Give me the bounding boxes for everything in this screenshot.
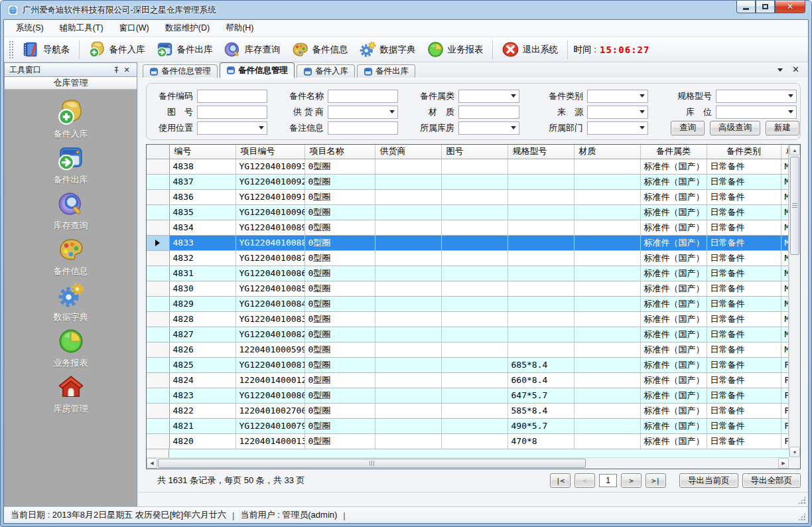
table-row[interactable]: 4838YG122040100930型圈标准件（国产）日常备件M <box>147 159 789 174</box>
table-cell[interactable] <box>375 174 441 189</box>
table-row[interactable]: 4821YG122040100790型圈490*5.7标准件（国产）日常备件PC <box>147 418 789 433</box>
table-cell[interactable]: 标准件（国产） <box>640 250 707 265</box>
table-cell[interactable]: 标准件（国产） <box>640 265 707 281</box>
row-indicator-cell[interactable] <box>147 327 169 342</box>
sidebar-item-stock-out[interactable]: 备件出库 <box>5 144 137 190</box>
source-select[interactable] <box>587 106 648 119</box>
table-cell[interactable]: 标准件（国产） <box>640 372 707 388</box>
table-cell[interactable] <box>375 311 441 327</box>
table-cell[interactable]: YG12204010081 <box>236 357 304 372</box>
table-cell[interactable] <box>375 342 441 357</box>
table-cell[interactable]: 标准件（国产） <box>640 388 707 403</box>
table-cell[interactable] <box>574 265 640 281</box>
table-cell[interactable] <box>441 235 508 250</box>
table-cell[interactable]: PC <box>781 372 789 388</box>
row-indicator-cell[interactable] <box>147 250 169 265</box>
table-cell[interactable]: M <box>781 174 789 189</box>
table-cell[interactable]: 日常备件 <box>707 327 781 342</box>
menu-item-system[interactable]: 系统(S) <box>8 20 52 37</box>
warehouse-select[interactable] <box>458 121 519 135</box>
table-row[interactable]: 4835YG122040100900型圈标准件（国产）日常备件M <box>147 204 789 220</box>
table-cell[interactable]: 0型圈 <box>304 235 375 250</box>
table-cell[interactable]: 4831 <box>169 265 236 281</box>
next-page-button[interactable]: > <box>621 473 642 488</box>
table-cell[interactable]: 585*8.4 <box>508 403 574 418</box>
table-cell[interactable] <box>574 311 640 327</box>
table-cell[interactable]: 0型圈 <box>304 418 375 433</box>
material-input[interactable] <box>458 106 519 119</box>
export-current-page-button[interactable]: 导出当前页 <box>679 473 738 488</box>
table-cell[interactable] <box>508 311 574 327</box>
table-cell[interactable] <box>375 189 441 204</box>
resize-grip-icon[interactable] <box>797 512 806 521</box>
table-row[interactable]: 4832YG122040100870型圈标准件（国产）日常备件M <box>147 250 789 265</box>
toolbar-button-stock-in[interactable]: 备件入库 <box>83 38 151 60</box>
table-cell[interactable]: M <box>781 189 789 204</box>
table-cell[interactable] <box>508 281 574 296</box>
sidebar-item-parts-info[interactable]: 备件信息 <box>5 236 137 281</box>
toolbar-grip-handle[interactable] <box>9 40 13 59</box>
menu-item-data-maintenance[interactable]: 数据维护(D) <box>157 20 218 37</box>
row-indicator-cell[interactable] <box>147 433 169 449</box>
table-cell[interactable] <box>574 433 640 449</box>
table-cell[interactable]: M <box>781 281 789 296</box>
column-header-material[interactable]: 材质 <box>574 145 640 159</box>
table-cell[interactable]: 日常备件 <box>707 235 781 250</box>
toolbar-button-business-report[interactable]: 业务报表 <box>421 38 489 60</box>
table-cell[interactable]: YG12204010093 <box>236 159 304 174</box>
table-cell[interactable] <box>508 327 574 342</box>
table-cell[interactable]: 日常备件 <box>707 189 781 204</box>
table-cell[interactable] <box>375 250 441 265</box>
table-cell[interactable]: M <box>781 296 789 311</box>
table-cell[interactable] <box>375 388 441 403</box>
tab-list-chevron-down-icon[interactable] <box>778 68 783 72</box>
table-row[interactable]: 4834YG122040100890型圈标准件（国产）日常备件M <box>147 220 789 235</box>
table-cell[interactable] <box>375 372 441 388</box>
spec-model-select[interactable] <box>716 90 797 103</box>
table-cell[interactable] <box>508 296 574 311</box>
table-cell[interactable] <box>574 220 640 235</box>
toolbar-button-inventory-query[interactable]: 库存查询 <box>218 38 286 60</box>
table-cell[interactable]: 470*8 <box>508 433 574 449</box>
row-indicator-cell[interactable] <box>147 281 169 296</box>
table-cell[interactable] <box>441 189 508 204</box>
tab-parts-info-mgmt-2[interactable]: 备件信息管理 <box>220 62 295 78</box>
row-indicator-cell[interactable] <box>147 174 169 189</box>
table-cell[interactable] <box>375 418 441 433</box>
table-cell[interactable] <box>441 403 508 418</box>
menu-item-window[interactable]: 窗口(W) <box>111 20 157 37</box>
table-cell[interactable]: PC <box>781 418 789 433</box>
table-cell[interactable] <box>441 372 508 388</box>
table-row[interactable]: 4836YG122040100910型圈标准件（国产）日常备件M <box>147 189 789 204</box>
table-cell[interactable] <box>574 327 640 342</box>
table-cell[interactable]: 日常备件 <box>707 265 781 281</box>
table-cell[interactable]: M <box>781 342 789 357</box>
pin-icon[interactable] <box>111 64 121 75</box>
table-cell[interactable]: 490*5.7 <box>508 418 574 433</box>
table-cell[interactable]: 日常备件 <box>707 418 781 433</box>
row-indicator-cell[interactable] <box>147 204 169 220</box>
table-cell[interactable] <box>441 342 508 357</box>
table-cell[interactable]: 日常备件 <box>707 433 781 449</box>
table-cell[interactable]: 0型圈 <box>304 281 375 296</box>
table-cell[interactable]: YG12204010080 <box>236 388 304 403</box>
table-cell[interactable] <box>441 357 508 372</box>
table-cell[interactable] <box>574 372 640 388</box>
table-cell[interactable]: M <box>781 250 789 265</box>
table-cell[interactable]: 日常备件 <box>707 388 781 403</box>
table-cell[interactable]: 标准件（国产） <box>640 342 707 357</box>
table-cell[interactable]: 4834 <box>169 220 236 235</box>
table-row[interactable]: 4830YG122040100850型圈标准件（国产）日常备件M <box>147 281 789 296</box>
table-cell[interactable]: 日常备件 <box>707 403 781 418</box>
table-row[interactable]: 4827YG122040100820型圈标准件（国产）日常备件M <box>147 327 789 342</box>
table-cell[interactable]: 0型圈 <box>304 250 375 265</box>
table-cell[interactable] <box>441 174 508 189</box>
table-cell[interactable]: 标准件（国产） <box>640 296 707 311</box>
row-indicator-cell[interactable] <box>147 220 169 235</box>
table-cell[interactable] <box>441 433 508 449</box>
menu-item-help[interactable]: 帮助(H) <box>218 20 261 37</box>
part-category-select[interactable] <box>458 90 519 103</box>
table-cell[interactable] <box>375 296 441 311</box>
location-select[interactable] <box>716 106 797 119</box>
toolbar-button-data-dictionary[interactable]: 数据字典 <box>354 38 421 60</box>
